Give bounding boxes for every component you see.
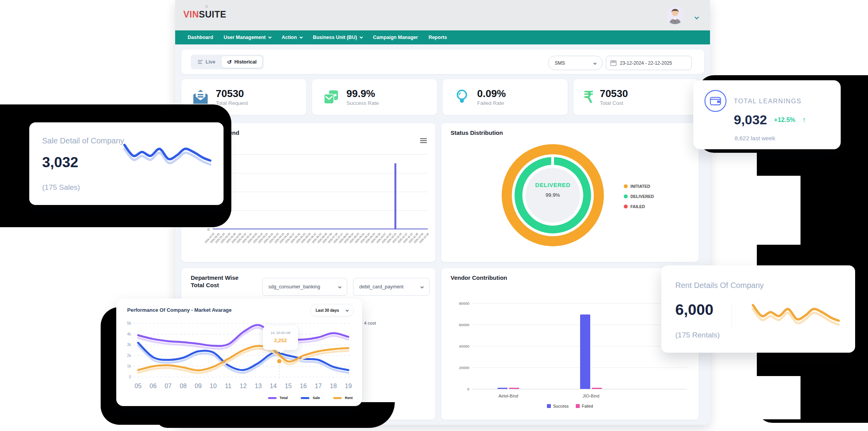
legend-item-failed[interactable]: Failed [576,404,593,408]
bar-success[interactable] [497,388,508,389]
legend-swatch [333,397,342,399]
service-select[interactable]: debit_card_payment [353,278,430,296]
legend-item-initiated[interactable]: INITIATED [624,184,654,189]
x-axis-label: 19 [341,383,356,390]
category-label: JIO-Bind [564,394,618,398]
chart-title: Vendor Contribution [451,274,507,281]
last-week-text: 8,622 last week [735,135,775,141]
app-logo[interactable]: ◇VINSUITE [183,9,226,20]
bulb-icon [453,88,471,106]
legend-item-success[interactable]: Success [547,404,569,408]
sale-subtext: (175 Sales) [42,183,80,192]
logo-gem-icon: ◇ [205,4,208,8]
legend-label: FAILED [630,204,645,209]
gridline [213,154,428,155]
legend-swatch [547,404,551,408]
legend-swatch [576,404,580,408]
x-axis-label: 06 [146,383,161,390]
nav-item-action[interactable]: Action [282,35,302,40]
nav-item-reports[interactable]: Reports [428,35,447,40]
wallet-icon [704,90,727,112]
nav-item-business-unit-bu-[interactable]: Business Unit (BU) [313,35,362,40]
performance-lines [116,299,362,406]
x-axis-label: 15 [280,383,296,390]
y-axis-label: 80000 [446,301,469,306]
rent-subtext: (175 Rentals) [675,331,720,339]
stat-card-total-cost: ₹ 70530Total Cost [573,79,698,115]
department-select[interactable]: sdg_consumer_banking [262,278,347,296]
card-title: Rent Details Of Company [675,281,764,290]
chart-menu-icon[interactable] [420,137,427,144]
user-avatar[interactable] [666,6,684,24]
app-header: ◇VINSUITE [175,0,710,30]
channel-select[interactable]: SMS [548,56,603,70]
x-axis-label: 18 [326,383,341,390]
bar-failed[interactable] [509,388,519,389]
rent-value: 6,000 [675,301,714,318]
y-axis-label: 20000 [446,366,469,370]
trend-spike[interactable] [394,163,396,229]
gridline [472,325,687,325]
legend-item-delivered[interactable]: DELIVERED [624,194,654,199]
rent-details-card: Rent Details Of Company 6,000 (175 Renta… [661,265,855,353]
card-title: Sale Detail of Company [42,136,124,145]
gridline [472,367,687,368]
gridline [472,303,687,304]
historical-tab[interactable]: ↺ Historical [222,56,262,68]
legend-dot [624,194,628,198]
person-icon [666,6,684,24]
x-axis-label: 10 [206,383,221,390]
x-axis-label: 09 [190,383,206,390]
nav-item-campaign-manager[interactable]: Campaign Manager [373,35,418,40]
x-axis-label: 08 [176,383,191,390]
legend-label: DELIVERED [630,194,654,199]
live-tab[interactable]: Live [192,56,221,68]
legend-dot [624,205,628,208]
chevron-down-icon [300,35,303,38]
nav-item-dashboard[interactable]: Dashboard [188,35,213,40]
x-axis-label: 11 [220,383,236,390]
tooltip-marker [277,359,282,364]
donut-gap [551,156,554,166]
status-distribution-card: Status Distribution DELIVERED 99.9% INIT… [441,123,699,262]
sale-value: 3,032 [42,154,78,171]
date-range-picker[interactable]: 23-12-2024 - 22-12-2025 [606,56,692,70]
messages-icon [322,88,340,106]
x-axis-label: 12 [236,383,251,390]
bar-success[interactable] [580,314,590,389]
vendor-legend: SuccessFailed [441,404,699,408]
up-arrow-icon: ↑ [802,116,806,124]
page: ◇VINSUITE DashboardUser ManagementAction… [0,0,868,431]
y-axis-label: 0 [186,227,209,231]
main-nav: DashboardUser ManagementActionBusiness U… [175,30,710,44]
legend-item-rent[interactable]: Rent [333,396,353,400]
background-gap [757,376,801,419]
gridline [472,389,687,389]
legend-item-failed[interactable]: FAILED [624,204,654,209]
y-axis-label: 60000 [446,323,469,327]
legend-label: INITIATED [630,184,650,189]
total-learnings-card: TOTAL LEARNINGS 9,032 +12.5% ↑ 8,622 las… [693,80,841,149]
mail-icon [192,88,209,106]
gridline [472,346,687,346]
legend-item-total[interactable]: Total [268,396,288,400]
y-axis-label: 40000 [446,344,469,348]
bar-failed[interactable] [592,388,602,389]
category-label: Airtel-Bind [481,394,536,398]
legend-dot [624,184,628,188]
stat-card-success-rate: 99.9%Success Rate [312,79,437,115]
legend-item-sale[interactable]: Sale [301,396,320,400]
x-axis-label: 16 [296,383,311,390]
chevron-down-icon [360,35,363,38]
divider [731,304,732,329]
nav-item-user-management[interactable]: User Management [224,35,271,40]
legend-swatch [301,397,309,399]
sale-sparkline [122,133,214,182]
line-rent [138,346,348,371]
calendar-icon [611,60,616,66]
chevron-down-icon [268,35,272,38]
x-axis-label: 07 [160,383,176,390]
profile-menu-chevron-icon[interactable] [695,13,698,20]
background-gap [757,176,801,245]
stat-card-failed-rate: 0.09%Failed Rate [443,79,568,115]
